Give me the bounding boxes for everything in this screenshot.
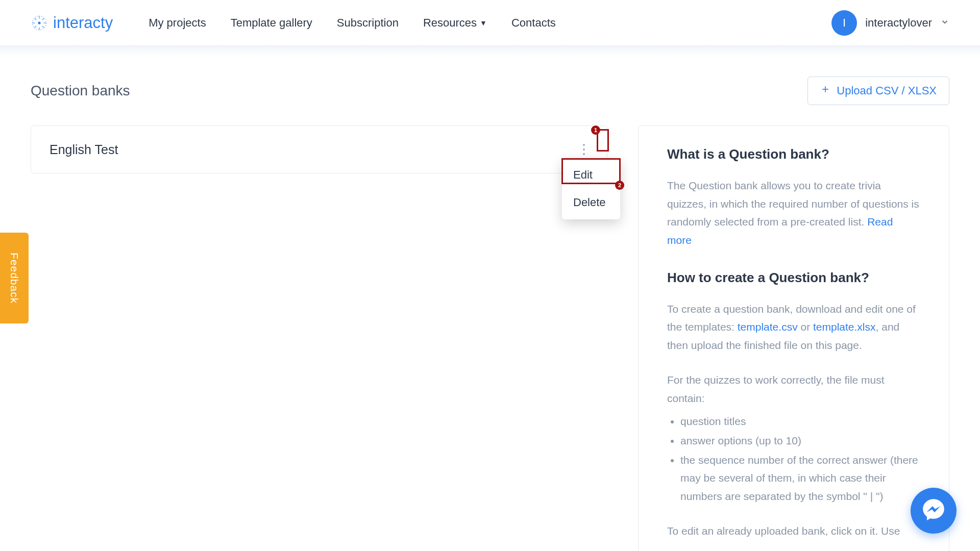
- dots-vertical-icon: [583, 144, 585, 155]
- info-panel: What is a Question bank? The Question ba…: [638, 126, 949, 551]
- svg-point-1: [38, 21, 40, 24]
- bank-title: English Test: [50, 142, 118, 157]
- info-paragraph-2: To create a question bank, download and …: [667, 300, 920, 355]
- nav-label: Subscription: [337, 16, 399, 30]
- info-paragraph-3: For the quizzes to work correctly, the f…: [667, 371, 920, 407]
- main-nav: My projects Template gallery Subscriptio…: [149, 16, 556, 30]
- svg-point-12: [583, 144, 585, 146]
- nav-my-projects[interactable]: My projects: [149, 16, 206, 30]
- banks-column: English Test 1 Edit Delete 2: [31, 126, 607, 551]
- svg-line-6: [35, 18, 36, 19]
- avatar-initial: I: [843, 16, 846, 30]
- dropdown-edit-label: Edit: [573, 168, 593, 181]
- upload-csv-button[interactable]: Upload CSV / XLSX: [807, 77, 949, 105]
- caret-down-icon: ▼: [480, 19, 487, 27]
- template-xlsx-link[interactable]: template.xlsx: [813, 321, 876, 333]
- user-menu[interactable]: I interactylover: [831, 10, 949, 36]
- nav-label: Contacts: [511, 16, 556, 30]
- nav-label: Resources: [423, 16, 477, 30]
- nav-template-gallery[interactable]: Template gallery: [231, 16, 312, 30]
- plus-icon: [820, 84, 830, 97]
- svg-line-8: [35, 26, 36, 27]
- nav-resources[interactable]: Resources ▼: [423, 16, 487, 30]
- messenger-icon: [921, 497, 946, 524]
- template-csv-link[interactable]: template.csv: [738, 321, 798, 333]
- feedback-tab[interactable]: Feedback: [0, 233, 29, 323]
- svg-line-9: [42, 18, 44, 19]
- avatar: I: [831, 10, 857, 36]
- bank-card[interactable]: English Test 1 Edit Delete 2: [31, 126, 607, 173]
- svg-point-14: [583, 153, 585, 155]
- info-column: What is a Question bank? The Question ba…: [638, 126, 949, 551]
- dropdown-delete-label: Delete: [573, 196, 606, 209]
- logo-icon: [31, 14, 48, 32]
- brand-logo[interactable]: interacty: [31, 14, 113, 32]
- info-list-item: question titles: [680, 412, 920, 431]
- info-list-item: the sequence number of the correct answe…: [680, 451, 920, 506]
- info-list-item: answer options (up to 10): [680, 432, 920, 450]
- info-list: question titles answer options (up to 10…: [667, 412, 920, 505]
- upload-label: Upload CSV / XLSX: [837, 84, 937, 97]
- main-content: English Test 1 Edit Delete 2: [0, 105, 980, 551]
- info-text: or: [798, 321, 813, 333]
- nav-contacts[interactable]: Contacts: [511, 16, 556, 30]
- brand-name: interacty: [53, 14, 113, 32]
- info-heading-2: How to create a Question bank?: [667, 270, 920, 286]
- header-bar: interacty My projects Template gallery S…: [0, 0, 980, 46]
- bank-actions-dropdown: Edit Delete: [562, 158, 620, 219]
- dropdown-delete[interactable]: Delete: [562, 189, 620, 216]
- info-paragraph-4: To edit an already uploaded bank, click …: [667, 522, 920, 540]
- info-paragraph-1: The Question bank allows you to create t…: [667, 177, 920, 249]
- nav-subscription[interactable]: Subscription: [337, 16, 399, 30]
- nav-label: My projects: [149, 16, 206, 30]
- username-label: interactylover: [865, 16, 932, 30]
- info-heading-1: What is a Question bank?: [667, 146, 920, 162]
- page-title: Question banks: [31, 83, 130, 99]
- svg-line-7: [42, 26, 44, 27]
- chat-fab[interactable]: [911, 488, 957, 534]
- gradient-strip: [0, 46, 980, 56]
- feedback-label: Feedback: [8, 253, 20, 304]
- annotation-badge-2: 2: [615, 181, 624, 190]
- more-button[interactable]: [579, 140, 589, 159]
- svg-point-13: [583, 148, 585, 151]
- page-header: Question banks Upload CSV / XLSX: [0, 56, 980, 105]
- annotation-badge-1: 1: [591, 126, 600, 135]
- chevron-down-icon: [940, 17, 949, 29]
- nav-label: Template gallery: [231, 16, 312, 30]
- dropdown-edit[interactable]: Edit: [562, 161, 620, 189]
